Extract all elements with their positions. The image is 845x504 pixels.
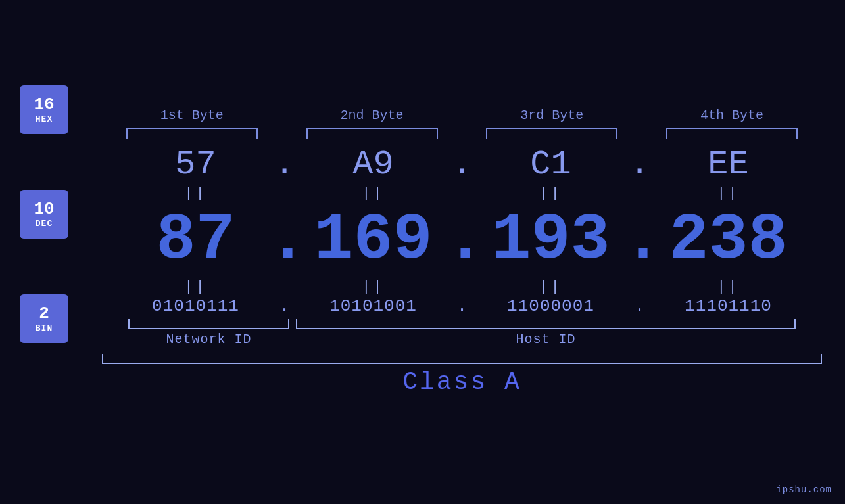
hex-dot-3: . [623, 145, 656, 184]
badge-bin: 2 BIN [20, 294, 68, 343]
bin-value-2: 10101001 [329, 296, 417, 316]
bracket-top-2 [306, 128, 438, 139]
badges-column: 16 HEX 10 DEC 2 BIN [20, 85, 68, 343]
bracket-top-4 [666, 128, 798, 139]
equals-row-2: || || || || [89, 279, 835, 295]
class-bracket [102, 354, 822, 364]
hex-values-row: 57 . A9 . C1 . EE [89, 145, 835, 184]
dec-cell-2: 169 [301, 208, 446, 273]
dec-value-1: 87 [156, 203, 235, 277]
bin-cell-1: 01010111 [124, 296, 268, 316]
badge-bin-label: BIN [36, 323, 53, 333]
bottom-brackets-container [89, 319, 835, 329]
id-labels-row: Network ID Host ID [89, 332, 835, 347]
dec-dot-2: . [446, 203, 479, 277]
hex-cell-4: EE [656, 145, 801, 184]
badge-dec: 10 DEC [20, 190, 68, 239]
bin-dot-2: . [446, 296, 479, 316]
badge-hex-label: HEX [36, 114, 53, 124]
dec-dot-3: . [623, 203, 656, 277]
dec-value-2: 169 [314, 203, 432, 277]
content-area: 1st Byte 2nd Byte 3rd Byte 4th Byte 57 .… [89, 108, 835, 396]
top-brackets-row [89, 128, 835, 139]
byte-header-4: 4th Byte [660, 108, 804, 123]
dec-values-row: 87 . 169 . 193 . 238 [89, 203, 835, 277]
bin-value-3: 11000001 [507, 296, 594, 316]
equals-1-3: || [479, 185, 623, 202]
byte-header-2: 2nd Byte [300, 108, 445, 123]
byte-headers-row: 1st Byte 2nd Byte 3rd Byte 4th Byte [89, 108, 835, 123]
equals-2-3: || [479, 279, 623, 295]
bin-values-row: 01010111 . 10101001 . 11000001 . 1110111… [89, 296, 835, 316]
equals-1-4: || [656, 185, 801, 202]
main-container: 16 HEX 10 DEC 2 BIN 1st Byte 2nd Byte 3r… [0, 0, 845, 504]
equals-1-1: || [124, 185, 268, 202]
byte-header-3: 3rd Byte [479, 108, 624, 123]
dec-cell-4: 238 [656, 208, 801, 273]
hex-dot-1: . [268, 145, 301, 184]
hex-dot-2: . [446, 145, 479, 184]
badge-dec-label: DEC [36, 219, 53, 229]
byte-header-1: 1st Byte [120, 108, 264, 123]
dec-value-3: 193 [491, 203, 610, 277]
hex-cell-1: 57 [124, 145, 268, 184]
bracket-top-1 [126, 128, 258, 139]
bracket-bottom-network [128, 319, 289, 329]
equals-2-1: || [124, 279, 268, 295]
bin-dot-1: . [268, 296, 301, 316]
equals-1-2: || [301, 185, 446, 202]
dec-cell-3: 193 [479, 208, 623, 273]
badge-dec-number: 10 [34, 200, 54, 219]
dec-value-4: 238 [669, 203, 787, 277]
host-id-label: Host ID [296, 332, 796, 347]
bin-cell-2: 10101001 [301, 296, 446, 316]
badge-bin-number: 2 [39, 304, 49, 323]
dec-dot-1: . [268, 203, 301, 277]
hex-value-1: 57 [175, 145, 216, 184]
hex-value-3: C1 [530, 145, 571, 184]
hex-value-4: EE [708, 145, 748, 184]
badge-hex: 16 HEX [20, 85, 68, 134]
bin-cell-3: 11000001 [479, 296, 623, 316]
bin-dot-3: . [623, 296, 656, 316]
bracket-bottom-host [296, 319, 796, 329]
bin-value-1: 01010111 [152, 296, 239, 316]
class-label-row: Class A [102, 368, 822, 396]
bin-cell-4: 11101110 [656, 296, 801, 316]
bin-value-4: 11101110 [685, 296, 772, 316]
hex-value-2: A9 [352, 145, 393, 184]
hex-cell-2: A9 [301, 145, 446, 184]
bracket-top-3 [486, 128, 617, 139]
class-label: Class A [402, 368, 521, 396]
dec-cell-1: 87 [124, 208, 268, 273]
hex-cell-3: C1 [479, 145, 623, 184]
class-section: Class A [89, 354, 835, 396]
equals-row-1: || || || || [89, 185, 835, 202]
watermark: ipshu.com [776, 484, 832, 495]
equals-2-2: || [301, 279, 446, 295]
badge-hex-number: 16 [34, 95, 54, 114]
equals-2-4: || [656, 279, 801, 295]
network-id-label: Network ID [128, 332, 289, 347]
